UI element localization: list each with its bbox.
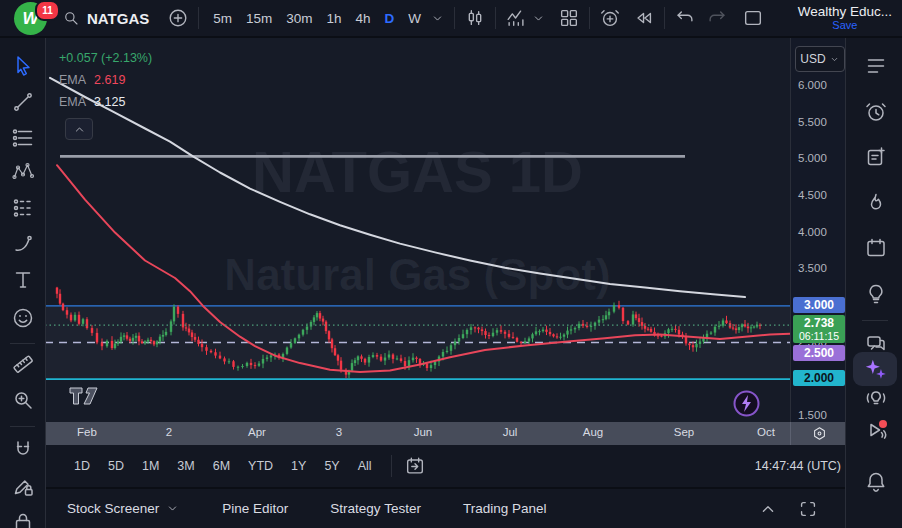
timeframe-d[interactable]: D [378, 11, 402, 26]
range-1m[interactable]: 1M [135, 457, 166, 475]
lock-drawings-tool[interactable] [11, 474, 35, 498]
chart-type-icon[interactable] [462, 5, 488, 31]
timeframe-15m[interactable]: 15m [239, 11, 279, 26]
emoji-tool[interactable] [11, 306, 35, 330]
xabcd-pattern-tool[interactable] [11, 160, 35, 184]
timeframe-4h[interactable]: 4h [349, 11, 378, 26]
bottom-panel-bar: Stock ScreenerPine EditorStrategy Tester… [45, 487, 853, 528]
range-5y[interactable]: 5Y [317, 457, 346, 475]
price-tick: 3.500 [798, 262, 827, 274]
live-streams-panel-button[interactable] [864, 386, 888, 410]
clock: 14:47:44 (UTC) [755, 459, 841, 473]
time-tick: Apr [248, 426, 266, 438]
streams-panel-button[interactable] [864, 418, 888, 442]
indicators-chevron-icon[interactable] [529, 9, 548, 28]
layout-name-menu[interactable]: Wealthy Educ... Save [798, 4, 892, 32]
notification-badge: 11 [35, 0, 60, 21]
time-tick: Sep [674, 426, 694, 438]
fib-retracement-tool[interactable] [11, 126, 35, 150]
chart-pane[interactable]: NATGAS 1D Natural Gas (Spot) +0.057 (+2.… [45, 38, 790, 422]
tab-label: Pine Editor [222, 501, 288, 516]
time-tick: 2 [166, 426, 172, 438]
symbol-name: NATGAS [87, 10, 149, 27]
compare-add-icon[interactable] [165, 5, 191, 31]
divider [589, 7, 590, 29]
divider [664, 7, 665, 29]
bar-replay-icon[interactable] [631, 5, 657, 31]
tradingview-logo[interactable] [68, 385, 104, 407]
panel-tab-pine-editor[interactable]: Pine Editor [222, 501, 288, 516]
bottom-tabs: Stock ScreenerPine EditorStrategy Tester… [67, 501, 546, 516]
timeframe-1h[interactable]: 1h [320, 11, 349, 26]
undo-icon[interactable] [672, 5, 698, 31]
ai-assistant-button[interactable] [853, 352, 897, 386]
alerts-panel-button[interactable] [864, 100, 888, 124]
user-menu-button[interactable]: W 11 [8, 0, 52, 36]
cursor-tool[interactable] [11, 54, 35, 78]
time-tick: Jul [503, 426, 518, 438]
range-3m[interactable]: 3M [170, 457, 201, 475]
time-tick: Feb [77, 426, 97, 438]
range-toolbar: 1D5D1M3M6MYTD1Y5YAll 14:47:44 (UTC) [45, 445, 853, 487]
price-tick: 4.000 [798, 226, 827, 238]
save-button[interactable]: Save [798, 19, 892, 32]
range-6m[interactable]: 6M [206, 457, 237, 475]
price-tick: 1.500 [798, 409, 827, 421]
timeframe-5m[interactable]: 5m [206, 11, 239, 26]
panel-tab-trading-panel[interactable]: Trading Panel [463, 501, 547, 516]
panel-tab-stock-screener[interactable]: Stock Screener [67, 501, 180, 516]
timeframes-chevron-icon[interactable] [428, 9, 447, 28]
price-tick: 4.500 [798, 189, 827, 201]
chart-plot[interactable] [45, 38, 790, 422]
text-tool[interactable] [11, 268, 35, 292]
panel-tab-strategy-tester[interactable]: Strategy Tester [330, 501, 421, 516]
price-tick: 5.500 [798, 116, 827, 128]
indicators-icon[interactable] [503, 5, 529, 31]
forecast-tool[interactable] [11, 196, 35, 220]
timeframe-30m[interactable]: 30m [279, 11, 319, 26]
range-1d[interactable]: 1D [67, 457, 97, 475]
zoom-in-tool[interactable] [11, 388, 35, 412]
hotlists-panel-button[interactable] [864, 191, 888, 215]
boost-lightning-badge[interactable] [733, 390, 760, 417]
brush-tool[interactable] [11, 232, 35, 256]
range-5d[interactable]: 5D [101, 457, 131, 475]
calendar-panel-button[interactable] [864, 236, 888, 260]
lock-tool[interactable] [11, 510, 35, 528]
ema-row: EMA3.125 [59, 92, 152, 114]
timeframe-w[interactable]: W [401, 11, 428, 26]
watchlist-panel-button[interactable] [864, 54, 888, 78]
maximize-panel-icon[interactable] [797, 498, 819, 520]
measure-tool[interactable] [11, 352, 35, 376]
range-ytd[interactable]: YTD [241, 457, 280, 475]
scales-settings-icon[interactable] [811, 425, 828, 442]
time-tick: Oct [757, 426, 775, 438]
time-tick: Jun [414, 426, 433, 438]
currency-selector[interactable]: USD [795, 46, 845, 72]
divider [391, 455, 392, 477]
create-alert-icon[interactable] [597, 5, 623, 31]
divider [790, 422, 791, 445]
symbol-search[interactable]: NATGAS [62, 9, 149, 27]
range-all[interactable]: All [351, 457, 379, 475]
chart-legend: +0.057 (+2.13%) EMA2.619 EMA3.125 [59, 48, 152, 114]
range-1y[interactable]: 1Y [284, 457, 313, 475]
redo-icon[interactable] [704, 5, 730, 31]
last-price-label: 2.73806:11:15 [793, 315, 845, 343]
notes-panel-button[interactable] [864, 145, 888, 169]
goto-date-icon[interactable] [404, 455, 426, 477]
magnet-tool[interactable] [11, 438, 35, 462]
save-layout-icon[interactable] [740, 5, 766, 31]
collapse-legend-button[interactable] [65, 118, 93, 140]
open-panel-icon[interactable] [757, 498, 779, 520]
time-scale[interactable]: Feb2Apr3JunJulAugSepOct [45, 422, 853, 445]
tradingview-app: W 11 NATGAS 5m15m30m1h4hDW Wealthy Educ.… [0, 0, 902, 528]
notifications-panel-button[interactable] [864, 470, 888, 494]
trend-line-tool[interactable] [11, 90, 35, 114]
chevron-down-icon [165, 501, 180, 516]
ideas-panel-button[interactable] [864, 282, 888, 306]
chevron-up-icon [72, 122, 87, 137]
level-2-label: 2.000 [793, 370, 845, 386]
time-tick: 3 [336, 426, 342, 438]
multichart-layout-icon[interactable] [556, 5, 582, 31]
